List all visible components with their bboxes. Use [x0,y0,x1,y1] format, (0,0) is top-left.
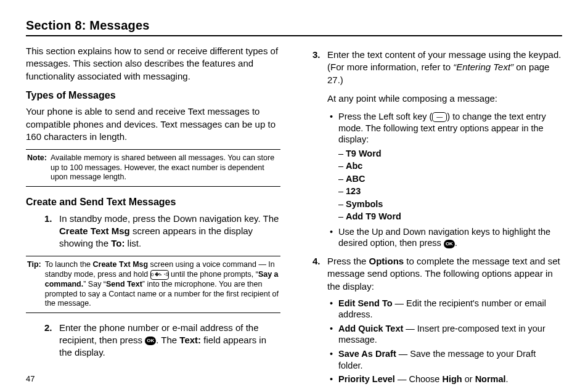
right-column: 3. Enter the text content of your messag… [308,45,562,391]
step-number: 4. [312,255,321,267]
steps-list-right: 3. Enter the text content of your messag… [308,49,562,385]
step-4-text: Press the Options to complete the messag… [327,256,560,292]
heading-create-send: Create and Send Text Messages [26,195,280,209]
steps-list-left-2: 2. Enter the phone number or e-mail addr… [26,322,280,359]
step-3: 3. Enter the text content of your messag… [327,49,562,249]
mode-123: 123 [346,186,562,197]
step-4: 4. Press the Options to complete the mes… [327,255,562,385]
section-title: Section 8: Messages [26,18,562,33]
heading-types-of-messages: Types of Messages [26,89,280,102]
step-1: 1. In standby mode, press the Down navig… [59,213,280,250]
mode-add-t9: Add T9 Word [346,211,562,223]
opt-add-quick-text: Add Quick Text — Insert pre-composed tex… [338,323,562,346]
note-label: Note: [27,153,51,182]
voice-key-icon: 0 �ⰳ ⏿ [150,270,169,280]
mode-symbols: Symbols [346,198,562,210]
tip-text: To launch the Create Txt Msg screen usin… [45,260,279,309]
page-number: 47 [26,374,35,383]
steps-list-left: 1. In standby mode, press the Down navig… [26,213,280,250]
note-text: Available memory is shared between all m… [51,153,279,182]
bullet-entry-mode: Press the Left soft key (—) to change th… [338,111,562,223]
step-2: 2. Enter the phone number or e-mail addr… [59,322,280,359]
intro-paragraph: This section explains how to send or rec… [26,45,280,83]
compose-intro: At any point while composing a message: [327,92,562,105]
types-paragraph: Your phone is able to send and receive T… [26,105,280,143]
title-rule [26,35,562,36]
left-column: This section explains how to send or rec… [26,45,280,391]
compose-bullets: Press the Left soft key (—) to change th… [327,111,562,249]
two-column-layout: This section explains how to send or rec… [26,45,562,391]
tip-box: Tip: To launch the Create Txt Msg screen… [26,256,280,313]
left-softkey-icon: — [432,112,447,122]
opt-save-as-draft: Save As Draft — Save the message to your… [338,348,562,371]
opt-priority-level: Priority Level — Choose High or Normal. [338,374,562,385]
step-2-text: Enter the phone number or e-mail address… [59,322,266,358]
mode-abc-mixed: Abc [346,160,562,172]
tip-label: Tip: [27,260,45,309]
step-number: 3. [312,49,321,61]
step-1-text: In standby mode, press the Down navigati… [59,213,279,249]
mode-abc-upper: ABC [346,173,562,185]
note-box: Note: Available memory is shared between… [26,149,280,187]
step-number: 1. [44,213,52,225]
ok-key-icon: OK [145,337,156,345]
page: Section 8: Messages This section explain… [0,0,588,392]
entry-mode-list: T9 Word Abc ABC 123 Symbols Add T9 Word [338,148,562,223]
opt-edit-send-to: Edit Send To — Edit the recipient's numb… [338,298,562,321]
step-3-text: Enter the text content of your message u… [327,49,561,85]
step-number: 2. [44,322,52,334]
bullet-navigate: Use the Up and Down navigation keys to h… [338,226,562,249]
ok-key-icon: OK [444,240,455,248]
options-list: Edit Send To — Edit the recipient's numb… [327,298,562,385]
mode-t9word: T9 Word [346,148,562,160]
